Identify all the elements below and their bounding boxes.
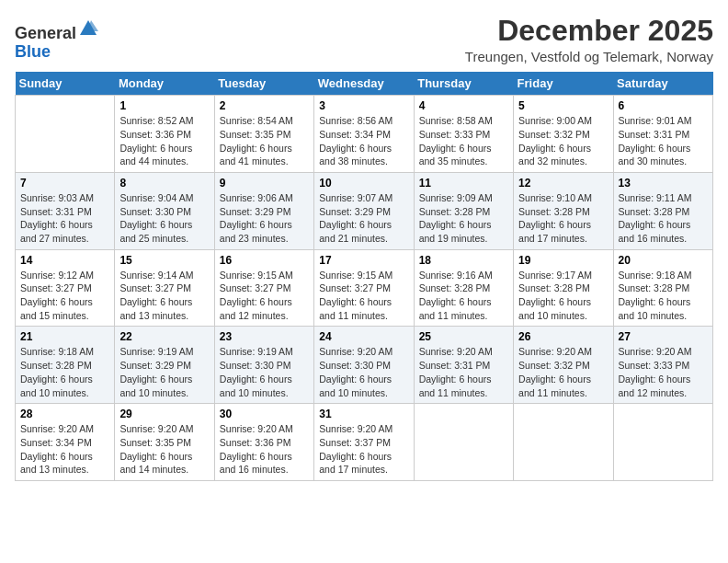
calendar-cell: 9Sunrise: 9:06 AMSunset: 3:29 PMDaylight… — [214, 172, 313, 249]
title-block: December 2025 Treungen, Vestfold og Tele… — [465, 15, 713, 64]
calendar-cell: 31Sunrise: 9:20 AMSunset: 3:37 PMDayligh… — [314, 404, 414, 481]
calendar-cell: 19Sunrise: 9:17 AMSunset: 3:28 PMDayligh… — [514, 249, 613, 327]
weekday-header-saturday: Saturday — [613, 72, 712, 96]
logo-blue-text: Blue — [15, 42, 51, 61]
day-number: 4 — [419, 99, 508, 112]
day-number: 12 — [518, 177, 608, 190]
day-number: 27 — [619, 330, 708, 343]
day-info: Sunrise: 9:17 AMSunset: 3:28 PMDaylight:… — [518, 269, 608, 323]
calendar-cell: 2Sunrise: 8:54 AMSunset: 3:35 PMDaylight… — [214, 96, 313, 173]
day-number: 8 — [119, 177, 209, 190]
calendar-subtitle: Treungen, Vestfold og Telemark, Norway — [465, 49, 713, 64]
day-info: Sunrise: 9:20 AMSunset: 3:31 PMDaylight:… — [419, 345, 508, 399]
day-number: 2 — [220, 99, 309, 112]
day-number: 7 — [20, 177, 109, 190]
day-number: 15 — [119, 254, 209, 267]
weekday-header-row: SundayMondayTuesdayWednesdayThursdayFrid… — [16, 72, 713, 96]
weekday-header-tuesday: Tuesday — [214, 72, 313, 96]
day-info: Sunrise: 9:19 AMSunset: 3:29 PMDaylight:… — [119, 345, 209, 399]
calendar-cell: 18Sunrise: 9:16 AMSunset: 3:28 PMDayligh… — [414, 249, 513, 327]
calendar-cell: 24Sunrise: 9:20 AMSunset: 3:30 PMDayligh… — [314, 327, 414, 404]
logo: General Blue — [15, 18, 98, 62]
day-info: Sunrise: 9:19 AMSunset: 3:30 PMDaylight:… — [220, 345, 309, 399]
day-number: 5 — [518, 99, 608, 112]
calendar-title: December 2025 — [465, 15, 713, 47]
day-number: 29 — [119, 408, 209, 420]
calendar-cell — [514, 404, 613, 481]
day-info: Sunrise: 9:20 AMSunset: 3:32 PMDaylight:… — [518, 345, 608, 399]
day-number: 10 — [319, 177, 408, 190]
calendar-cell: 1Sunrise: 8:52 AMSunset: 3:36 PMDaylight… — [115, 96, 214, 173]
day-info: Sunrise: 9:07 AMSunset: 3:29 PMDaylight:… — [319, 191, 408, 246]
calendar-cell: 4Sunrise: 8:58 AMSunset: 3:33 PMDaylight… — [414, 96, 513, 173]
calendar-cell: 3Sunrise: 8:56 AMSunset: 3:34 PMDaylight… — [314, 96, 414, 173]
day-info: Sunrise: 9:20 AMSunset: 3:37 PMDaylight:… — [319, 422, 408, 477]
calendar-cell: 7Sunrise: 9:03 AMSunset: 3:31 PMDaylight… — [16, 172, 115, 249]
day-info: Sunrise: 8:54 AMSunset: 3:35 PMDaylight:… — [220, 114, 309, 168]
day-info: Sunrise: 8:52 AMSunset: 3:36 PMDaylight:… — [119, 114, 209, 168]
calendar-cell: 8Sunrise: 9:04 AMSunset: 3:30 PMDaylight… — [115, 172, 214, 249]
day-number: 13 — [619, 177, 708, 190]
day-number: 31 — [319, 408, 408, 420]
day-number: 11 — [419, 177, 508, 190]
calendar-week-row: 14Sunrise: 9:12 AMSunset: 3:27 PMDayligh… — [16, 249, 713, 327]
day-number: 26 — [518, 330, 608, 343]
calendar-cell — [16, 96, 115, 173]
weekday-header-sunday: Sunday — [16, 72, 115, 96]
day-info: Sunrise: 9:20 AMSunset: 3:33 PMDaylight:… — [619, 345, 708, 399]
calendar-cell: 17Sunrise: 9:15 AMSunset: 3:27 PMDayligh… — [314, 249, 414, 327]
calendar-cell: 6Sunrise: 9:01 AMSunset: 3:31 PMDaylight… — [613, 96, 712, 173]
day-number: 14 — [20, 254, 109, 267]
day-info: Sunrise: 9:09 AMSunset: 3:28 PMDaylight:… — [419, 191, 508, 246]
day-info: Sunrise: 9:20 AMSunset: 3:34 PMDaylight:… — [20, 422, 109, 477]
calendar-cell — [613, 404, 712, 481]
day-number: 6 — [619, 99, 708, 112]
day-info: Sunrise: 9:15 AMSunset: 3:27 PMDaylight:… — [220, 269, 309, 323]
day-number: 21 — [20, 330, 109, 343]
calendar-cell: 23Sunrise: 9:19 AMSunset: 3:30 PMDayligh… — [214, 327, 313, 404]
calendar-cell: 10Sunrise: 9:07 AMSunset: 3:29 PMDayligh… — [314, 172, 414, 249]
calendar-cell: 25Sunrise: 9:20 AMSunset: 3:31 PMDayligh… — [414, 327, 513, 404]
day-number: 9 — [220, 177, 309, 190]
weekday-header-thursday: Thursday — [414, 72, 513, 96]
day-number: 23 — [220, 330, 309, 343]
day-info: Sunrise: 9:00 AMSunset: 3:32 PMDaylight:… — [518, 114, 608, 168]
calendar-cell: 12Sunrise: 9:10 AMSunset: 3:28 PMDayligh… — [514, 172, 613, 249]
day-info: Sunrise: 9:10 AMSunset: 3:28 PMDaylight:… — [518, 191, 608, 246]
calendar-cell: 26Sunrise: 9:20 AMSunset: 3:32 PMDayligh… — [514, 327, 613, 404]
day-info: Sunrise: 9:06 AMSunset: 3:29 PMDaylight:… — [220, 191, 309, 246]
calendar-cell — [414, 404, 513, 481]
day-info: Sunrise: 9:01 AMSunset: 3:31 PMDaylight:… — [619, 114, 708, 168]
calendar-table: SundayMondayTuesdayWednesdayThursdayFrid… — [15, 72, 713, 481]
day-info: Sunrise: 9:14 AMSunset: 3:27 PMDaylight:… — [119, 269, 209, 323]
logo-icon — [78, 18, 98, 39]
calendar-cell: 16Sunrise: 9:15 AMSunset: 3:27 PMDayligh… — [214, 249, 313, 327]
day-info: Sunrise: 9:16 AMSunset: 3:28 PMDaylight:… — [419, 269, 508, 323]
calendar-week-row: 1Sunrise: 8:52 AMSunset: 3:36 PMDaylight… — [16, 96, 713, 173]
calendar-week-row: 28Sunrise: 9:20 AMSunset: 3:34 PMDayligh… — [16, 404, 713, 481]
calendar-cell: 21Sunrise: 9:18 AMSunset: 3:28 PMDayligh… — [16, 327, 115, 404]
day-number: 1 — [119, 99, 209, 112]
calendar-cell: 30Sunrise: 9:20 AMSunset: 3:36 PMDayligh… — [214, 404, 313, 481]
day-info: Sunrise: 9:20 AMSunset: 3:30 PMDaylight:… — [319, 345, 408, 399]
day-number: 22 — [119, 330, 209, 343]
calendar-cell: 29Sunrise: 9:20 AMSunset: 3:35 PMDayligh… — [115, 404, 214, 481]
calendar-week-row: 7Sunrise: 9:03 AMSunset: 3:31 PMDaylight… — [16, 172, 713, 249]
day-number: 28 — [20, 408, 109, 420]
day-info: Sunrise: 9:12 AMSunset: 3:27 PMDaylight:… — [20, 269, 109, 323]
day-info: Sunrise: 9:04 AMSunset: 3:30 PMDaylight:… — [119, 191, 209, 246]
logo-general-text: General — [15, 24, 76, 42]
day-info: Sunrise: 8:56 AMSunset: 3:34 PMDaylight:… — [319, 114, 408, 168]
calendar-cell: 22Sunrise: 9:19 AMSunset: 3:29 PMDayligh… — [115, 327, 214, 404]
day-info: Sunrise: 9:18 AMSunset: 3:28 PMDaylight:… — [20, 345, 109, 399]
day-number: 30 — [220, 408, 309, 420]
calendar-cell: 15Sunrise: 9:14 AMSunset: 3:27 PMDayligh… — [115, 249, 214, 327]
weekday-header-friday: Friday — [514, 72, 613, 96]
day-number: 25 — [419, 330, 508, 343]
calendar-cell: 20Sunrise: 9:18 AMSunset: 3:28 PMDayligh… — [613, 249, 712, 327]
day-info: Sunrise: 8:58 AMSunset: 3:33 PMDaylight:… — [419, 114, 508, 168]
weekday-header-wednesday: Wednesday — [314, 72, 414, 96]
day-info: Sunrise: 9:18 AMSunset: 3:28 PMDaylight:… — [619, 269, 708, 323]
day-number: 18 — [419, 254, 508, 267]
day-number: 24 — [319, 330, 408, 343]
